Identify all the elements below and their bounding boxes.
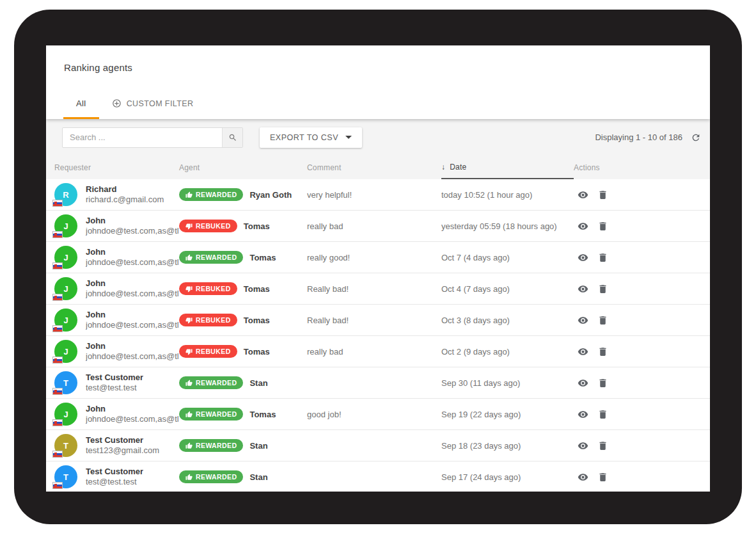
requester-name: Test Customer <box>86 373 143 383</box>
avatar: J <box>54 340 77 363</box>
table-row: R Richard richard.c@gmail.com REWARDED R… <box>46 179 710 211</box>
status-badge: REBUKED <box>179 345 237 358</box>
requester-name: John <box>86 247 179 257</box>
slovakia-flag-icon <box>52 294 63 301</box>
requester-cell: R Richard richard.c@gmail.com <box>54 183 179 206</box>
avatar-initial: J <box>63 316 68 325</box>
eye-icon <box>578 409 588 420</box>
table-body: R Richard richard.c@gmail.com REWARDED R… <box>46 179 710 492</box>
actions-cell <box>574 221 710 232</box>
table-row: J John johndoe@test.com,as@tl REBUKED To… <box>46 211 710 242</box>
trash-icon <box>597 472 608 483</box>
actions-cell <box>574 440 710 451</box>
agent-name: Tomas <box>244 347 270 357</box>
export-csv-button[interactable]: EXPORT TO CSV <box>260 127 362 148</box>
actions-cell <box>574 189 710 200</box>
search-icon <box>228 133 237 142</box>
tab-all[interactable]: All <box>63 90 99 119</box>
agent-cell: REBUKED Tomas <box>179 220 307 232</box>
comment-cell: Really bad! <box>307 284 441 294</box>
requester-email: johndoe@test.com,as@tl <box>86 226 179 236</box>
view-button[interactable] <box>578 315 588 326</box>
tab-all-label: All <box>76 99 86 108</box>
comment-cell: Really bad! <box>307 316 441 325</box>
delete-button[interactable] <box>597 440 608 451</box>
avatar: J <box>54 246 77 269</box>
refresh-button[interactable] <box>691 132 701 143</box>
view-button[interactable] <box>578 252 588 263</box>
table-row: J John johndoe@test.com,as@tl REWARDED T… <box>46 399 710 430</box>
agent-name: Stan <box>249 441 267 451</box>
requester-name: John <box>86 216 179 226</box>
delete-button[interactable] <box>597 284 608 294</box>
table-row: T Test Customer test@test.test REWARDED … <box>46 367 710 399</box>
table-row: T Test Customer test@test.test REWARDED … <box>46 461 710 492</box>
avatar: J <box>54 214 77 237</box>
column-header-date[interactable]: ↓ Date <box>441 156 574 179</box>
date-cell: Oct 3 (8 days ago) <box>441 316 574 325</box>
agent-cell: REWARDED Tomas <box>179 408 307 421</box>
delete-button[interactable] <box>597 378 608 389</box>
status-badge: REBUKED <box>179 220 237 232</box>
eye-icon <box>578 189 588 200</box>
app-window: Ranking agents All CUSTOM FILTER E <box>46 45 710 492</box>
date-cell: Sep 17 (24 days ago) <box>441 472 574 482</box>
view-button[interactable] <box>578 440 588 451</box>
trash-icon <box>597 440 608 451</box>
agent-name: Tomas <box>249 410 276 419</box>
eye-icon <box>578 440 588 451</box>
thumb-icon <box>185 411 193 418</box>
agent-name: Tomas <box>249 253 276 262</box>
eye-icon <box>578 252 588 263</box>
delete-button[interactable] <box>597 221 608 232</box>
view-button[interactable] <box>578 221 588 232</box>
eye-icon <box>578 378 588 389</box>
eye-icon <box>578 472 588 483</box>
table-row: J John johndoe@test.com,as@tl REWARDED T… <box>46 242 710 273</box>
thumb-icon <box>185 348 193 355</box>
view-button[interactable] <box>578 284 588 294</box>
tab-custom-filter[interactable]: CUSTOM FILTER <box>99 90 207 119</box>
requester-email: johndoe@test.com,as@tl <box>86 320 179 330</box>
search-input[interactable] <box>63 128 222 147</box>
requester-name: John <box>86 310 179 320</box>
status-badge-label: REWARDED <box>196 410 237 418</box>
avatar-initial: J <box>63 284 68 294</box>
status-badge: REBUKED <box>179 314 237 326</box>
slovakia-flag-icon <box>52 388 63 395</box>
trash-icon <box>597 315 608 326</box>
actions-cell <box>574 346 710 357</box>
view-button[interactable] <box>578 409 588 420</box>
agent-cell: REWARDED Ryan Goth <box>179 188 307 201</box>
thumb-icon <box>185 223 193 230</box>
view-button[interactable] <box>578 378 588 389</box>
panel-header: Ranking agents All CUSTOM FILTER <box>46 45 710 119</box>
status-badge-label: REWARDED <box>196 442 237 449</box>
search-box <box>62 127 243 148</box>
delete-button[interactable] <box>597 315 608 326</box>
view-button[interactable] <box>578 346 588 357</box>
thumb-icon <box>185 191 193 198</box>
status-badge-label: REBUKED <box>196 316 231 324</box>
delete-button[interactable] <box>597 409 608 420</box>
delete-button[interactable] <box>597 472 608 483</box>
trash-icon <box>597 189 608 200</box>
status-badge: REBUKED <box>179 282 237 295</box>
view-button[interactable] <box>578 472 588 483</box>
avatar: T <box>54 434 77 457</box>
thumb-icon <box>185 254 193 261</box>
comment-cell: really bad <box>307 347 441 357</box>
delete-button[interactable] <box>597 189 608 200</box>
search-button[interactable] <box>222 128 242 147</box>
requester-name: Richard <box>86 184 164 195</box>
view-button[interactable] <box>578 189 588 200</box>
delete-button[interactable] <box>597 252 608 263</box>
column-header-agent: Agent <box>179 163 307 172</box>
date-cell: Oct 2 (9 days ago) <box>441 347 574 357</box>
column-header-date-label: Date <box>450 163 466 172</box>
table-row: T Test Customer test123@gmail.com REWARD… <box>46 430 710 461</box>
delete-button[interactable] <box>597 346 608 357</box>
agent-cell: REWARDED Tomas <box>179 251 307 264</box>
avatar-initial: J <box>63 347 68 357</box>
avatar-initial: J <box>63 221 68 231</box>
